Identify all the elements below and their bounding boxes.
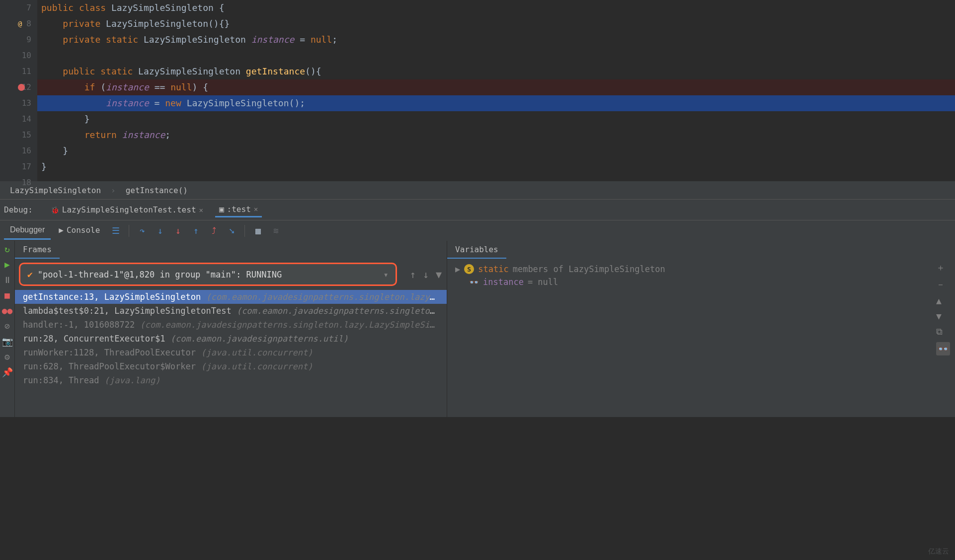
step-into-icon[interactable]: ↓: [152, 223, 168, 239]
line-number: 16: [0, 143, 31, 159]
pin-icon[interactable]: 📌: [2, 367, 13, 377]
gutter: 7 @8 9 10 11 12 13 14 15 16 17 18: [0, 0, 37, 181]
line-number: 9: [0, 32, 31, 48]
run-to-cursor-icon[interactable]: ➘: [224, 223, 239, 239]
variable-row[interactable]: ▶ S static members of LazySimpleSingleto…: [455, 263, 947, 276]
frames-list[interactable]: getInstance:13, LazySimpleSingleton (com…: [15, 290, 447, 417]
code-editor[interactable]: 7 @8 9 10 11 12 13 14 15 16 17 18 public…: [0, 0, 955, 181]
check-icon: ✔: [27, 269, 33, 280]
frames-header[interactable]: Frames: [15, 241, 60, 259]
separator: [244, 225, 245, 237]
frame-row[interactable]: runWorker:1128, ThreadPoolExecutor (java…: [15, 346, 447, 359]
debug-tab-label: LazySimpleSingletonTest.test: [62, 205, 196, 214]
copy-icon[interactable]: ⧉: [936, 326, 950, 337]
variable-row[interactable]: 👓 instance = null: [455, 276, 947, 288]
line-number: 13: [0, 95, 31, 111]
bug-icon: 🐞: [51, 206, 59, 214]
debug-side-toolbar: ↻ ▶ ⏸ ■ ●● ⊘ 📷 ⚙ 📌: [0, 241, 15, 417]
breakpoint-icon[interactable]: [18, 84, 25, 91]
filter-icon[interactable]: ▼: [436, 269, 442, 280]
rerun-icon[interactable]: ↻: [4, 244, 10, 254]
debug-tabs-bar: Debug: 🐞 LazySimpleSingletonTest.test ✕ …: [0, 199, 955, 220]
add-watch-icon[interactable]: ＋: [936, 262, 950, 274]
tab-debugger[interactable]: Debugger: [4, 221, 51, 240]
force-step-into-icon[interactable]: ↓: [170, 223, 186, 239]
play-icon: ▶: [59, 225, 64, 235]
line-number: @8: [0, 16, 31, 32]
evaluate-icon[interactable]: ▦: [250, 223, 266, 239]
trace-icon[interactable]: ≋: [268, 223, 284, 239]
settings-icon[interactable]: ⚙: [4, 351, 10, 362]
line-number: 14: [0, 111, 31, 127]
line-number: 18: [0, 175, 31, 191]
threads-icon[interactable]: ☰: [108, 223, 124, 239]
drop-frame-icon[interactable]: ⤴: [206, 223, 222, 239]
debug-tab-label: :test: [227, 205, 251, 214]
prev-frame-icon[interactable]: ↑: [410, 269, 416, 280]
line-number: 12: [0, 79, 31, 95]
code-content[interactable]: public class LazySimpleSingleton { priva…: [37, 0, 955, 181]
variables-side-toolbar: ＋ － ▲ ▼ ⧉ 👓: [933, 259, 953, 358]
line-number: 15: [0, 127, 31, 143]
frame-row[interactable]: run:28, ConcurrentExecutor$1 (com.eamon.…: [15, 332, 447, 346]
frame-row[interactable]: run:834, Thread (java.lang): [15, 373, 447, 387]
line-number: 7: [0, 0, 31, 16]
expand-icon[interactable]: ▶: [455, 264, 460, 274]
debug-label: Debug:: [4, 205, 33, 214]
variables-header[interactable]: Variables: [447, 241, 506, 259]
frame-row[interactable]: run:628, ThreadPoolExecutor$Worker (java…: [15, 359, 447, 373]
next-frame-icon[interactable]: ↓: [423, 269, 429, 280]
variables-tree[interactable]: ▶ S static members of LazySimpleSingleto…: [447, 259, 955, 292]
debug-tab[interactable]: 🐞 LazySimpleSingletonTest.test ✕: [47, 203, 207, 216]
dump-icon[interactable]: 📷: [2, 336, 13, 347]
up-icon[interactable]: ▲: [936, 295, 950, 306]
debug-panel: ↻ ▶ ⏸ ■ ●● ⊘ 📷 ⚙ 📌 Frames ✔ "pool-1-thre…: [0, 241, 955, 417]
line-number: 11: [0, 64, 31, 79]
frames-panel: Frames ✔ "pool-1-thread-1"@1,820 in grou…: [15, 241, 447, 417]
debugger-toolbar: Debugger ▶Console ☰ ↷ ↓ ↓ ↑ ⤴ ➘ ▦ ≋: [0, 220, 955, 241]
frame-row[interactable]: getInstance:13, LazySimpleSingleton (com…: [15, 290, 447, 304]
stop-icon[interactable]: ■: [4, 290, 10, 300]
mute-breakpoints-icon[interactable]: ⊘: [4, 321, 10, 331]
resume-icon[interactable]: ▶: [4, 259, 10, 270]
remove-watch-icon[interactable]: －: [936, 279, 950, 290]
step-over-icon[interactable]: ↷: [134, 223, 150, 239]
close-icon[interactable]: ✕: [254, 205, 258, 213]
frame-row[interactable]: lambda$test$0:21, LazySimpleSingletonTes…: [15, 304, 447, 318]
chevron-down-icon[interactable]: ▾: [384, 270, 389, 280]
down-icon[interactable]: ▼: [936, 311, 950, 321]
frame-row[interactable]: handler:-1, 1016088722 (com.eamon.javade…: [15, 318, 447, 332]
tab-console[interactable]: ▶Console: [53, 221, 106, 240]
pause-icon[interactable]: ⏸: [3, 275, 12, 285]
close-icon[interactable]: ✕: [199, 206, 203, 214]
gradle-icon: ▣: [219, 205, 224, 214]
variables-panel: Variables ▶ S static members of LazySimp…: [447, 241, 955, 417]
separator: [129, 225, 129, 237]
glasses-icon: 👓: [469, 278, 479, 287]
line-number: 10: [0, 48, 31, 64]
thread-label: "pool-1-thread-1"@1,820 in group "main":…: [38, 270, 282, 280]
debug-tab-active[interactable]: ▣ :test ✕: [215, 203, 262, 217]
watches-icon[interactable]: 👓: [936, 342, 950, 355]
static-badge-icon: S: [464, 264, 474, 274]
step-out-icon[interactable]: ↑: [188, 223, 204, 239]
override-icon: @: [18, 16, 22, 32]
line-number: 17: [0, 159, 31, 175]
view-breakpoints-icon[interactable]: ●●: [2, 305, 13, 316]
thread-selector[interactable]: ✔ "pool-1-thread-1"@1,820 in group "main…: [19, 263, 397, 286]
